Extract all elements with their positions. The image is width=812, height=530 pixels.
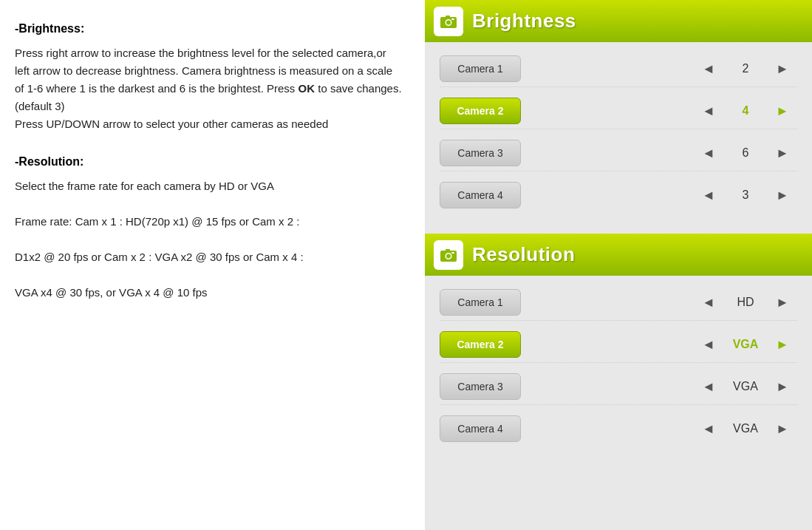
brightness-header: Brightness [425, 0, 812, 42]
camera4-brightness-right-arrow[interactable]: ► [772, 185, 793, 205]
resolution-camera-rows: Camera 1 ◄ HD ► Camera 2 ◄ VGA ► Camera … [425, 276, 812, 455]
camera3-brightness-left-arrow[interactable]: ◄ [698, 143, 719, 163]
svg-rect-3 [446, 16, 450, 18]
resolution-header: Resolution [425, 234, 812, 276]
svg-point-7 [446, 254, 451, 258]
table-row: Camera 3 ◄ 6 ► [440, 135, 797, 171]
left-panel: -Brightness: Press right arrow to increa… [0, 0, 425, 530]
table-row: Camera 2 ◄ VGA ► [440, 327, 797, 363]
brightness-camera-icon [434, 7, 463, 36]
brightness-body: Press right arrow to increase the bright… [15, 44, 403, 133]
svg-rect-9 [451, 252, 454, 254]
camera1-brightness-right-arrow[interactable]: ► [772, 58, 793, 79]
camera1-brightness-value: 2 [723, 62, 768, 75]
right-panel: Brightness Camera 1 ◄ 2 ► Camera 2 ◄ 4 ►… [425, 0, 812, 530]
camera1-brightness-btn[interactable]: Camera 1 [440, 55, 521, 82]
resolution-section: -Resolution: Select the frame rate for e… [15, 155, 403, 302]
camera1-brightness-left-arrow[interactable]: ◄ [698, 58, 719, 79]
camera3-brightness-btn[interactable]: Camera 3 [440, 140, 521, 166]
resolution-header-title: Resolution [472, 243, 575, 266]
camera4-resolution-right-arrow[interactable]: ► [772, 418, 793, 439]
camera2-resolution-left-arrow[interactable]: ◄ [698, 334, 719, 355]
resolution-body: Select the frame rate for each camera by… [15, 177, 403, 302]
camera4-resolution-left-arrow[interactable]: ◄ [698, 418, 719, 439]
camera2-resolution-btn[interactable]: Camera 2 [440, 331, 521, 358]
brightness-camera-rows: Camera 1 ◄ 2 ► Camera 2 ◄ 4 ► Camera 3 ◄… [425, 42, 812, 222]
camera4-brightness-value: 3 [723, 188, 768, 202]
table-row: Camera 4 ◄ 3 ► [440, 177, 797, 213]
camera4-resolution-value: VGA [723, 422, 768, 435]
camera3-brightness-value: 6 [723, 146, 768, 160]
resolution-camera-icon [434, 240, 463, 270]
table-row: Camera 1 ◄ HD ► [440, 285, 797, 321]
table-row: Camera 1 ◄ 2 ► [440, 51, 797, 87]
camera3-resolution-right-arrow[interactable]: ► [772, 376, 793, 397]
camera3-resolution-btn[interactable]: Camera 3 [440, 373, 521, 400]
camera2-resolution-right-arrow[interactable]: ► [772, 334, 793, 355]
svg-rect-4 [451, 18, 454, 20]
camera2-brightness-value: 4 [723, 104, 768, 118]
camera4-brightness-btn[interactable]: Camera 4 [440, 182, 521, 208]
brightness-title: -Brightness: [15, 22, 403, 35]
camera2-resolution-value: VGA [723, 338, 768, 351]
camera2-brightness-right-arrow[interactable]: ► [772, 101, 793, 121]
camera1-resolution-value: HD [723, 296, 768, 309]
table-row: Camera 3 ◄ VGA ► [440, 369, 797, 405]
camera3-brightness-right-arrow[interactable]: ► [772, 143, 793, 163]
svg-point-2 [446, 20, 451, 24]
table-row: Camera 2 ◄ 4 ► [440, 93, 797, 129]
camera2-brightness-btn[interactable]: Camera 2 [440, 98, 521, 124]
camera4-brightness-left-arrow[interactable]: ◄ [698, 185, 719, 205]
resolution-title: -Resolution: [15, 155, 403, 169]
camera4-resolution-btn[interactable]: Camera 4 [440, 415, 521, 442]
brightness-section: -Brightness: Press right arrow to increa… [15, 22, 403, 133]
camera1-resolution-btn[interactable]: Camera 1 [440, 289, 521, 316]
camera2-brightness-left-arrow[interactable]: ◄ [698, 101, 719, 121]
camera3-resolution-left-arrow[interactable]: ◄ [698, 376, 719, 397]
camera1-resolution-left-arrow[interactable]: ◄ [698, 292, 719, 313]
svg-rect-8 [446, 249, 450, 251]
section-divider [425, 222, 812, 234]
camera1-resolution-right-arrow[interactable]: ► [772, 292, 793, 313]
table-row: Camera 4 ◄ VGA ► [440, 411, 797, 446]
brightness-header-title: Brightness [472, 10, 576, 33]
camera3-resolution-value: VGA [723, 380, 768, 393]
